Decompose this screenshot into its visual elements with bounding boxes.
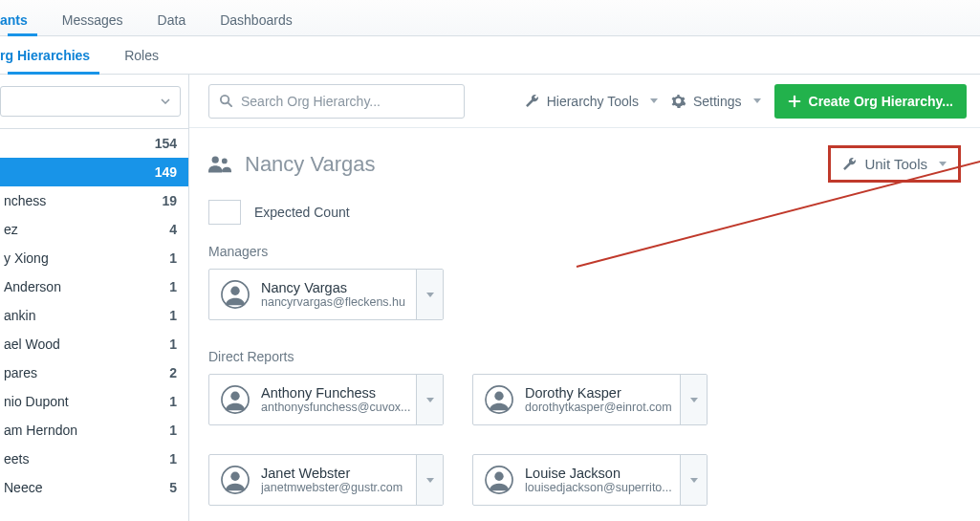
card-menu-toggle[interactable] [680, 455, 707, 505]
detail-header: Nancy Vargas Unit Tools [208, 145, 961, 183]
settings-dropdown[interactable]: Settings [671, 94, 761, 109]
sidebar-item-count: 1 [169, 336, 177, 352]
detail-panel: Nancy Vargas Unit Tools Expected Count M… [189, 128, 980, 521]
sidebar-item[interactable]: pares 2 [0, 358, 188, 387]
sidebar-item-count: 5 [169, 480, 177, 495]
sidebar-item-label: Anderson [4, 279, 61, 294]
sidebar-item-selected[interactable]: 149 [0, 158, 188, 186]
tab-label: Dashboards [220, 12, 293, 28]
person-email: dorothytkasper@einrot.com [525, 401, 676, 414]
sidebar-item[interactable]: ael Wood 1 [0, 330, 188, 358]
sidebar-item[interactable]: ankin 1 [0, 301, 188, 330]
expected-count-input[interactable] [208, 200, 241, 225]
person-card[interactable]: Anthony Funchess anthonysfunchess@cuvox.… [208, 374, 444, 425]
sidebar-item-count: 1 [169, 451, 177, 467]
sidebar-item[interactable]: ez 4 [0, 215, 188, 244]
search-placeholder: Search Org Hierarchy... [241, 94, 381, 109]
sidebar-item-label: ez [4, 222, 18, 237]
sidebar: 154 149 nchess 19 ez 4 y Xiong 1 Anderso… [0, 75, 189, 521]
sidebar-item-label: eets [4, 451, 29, 467]
card-menu-toggle[interactable] [416, 455, 443, 505]
person-name: Louise Jackson [525, 466, 676, 481]
person-email: anthonysfunchess@cuvox... [261, 401, 412, 414]
tab-label: Data [158, 12, 186, 28]
sidebar-item-label: ankin [4, 308, 35, 323]
search-icon [219, 94, 233, 108]
expected-count-label: Expected Count [254, 205, 350, 220]
sidebar-item-count: 1 [169, 308, 177, 323]
unit-tools-dropdown[interactable]: Unit Tools [828, 145, 961, 183]
direct-reports-label: Direct Reports [208, 349, 961, 364]
sidebar-item[interactable]: eets 1 [0, 445, 188, 473]
person-name: Nancy Vargas [261, 280, 412, 295]
card-menu-toggle[interactable] [416, 270, 443, 319]
person-email: janetmwebster@gustr.com [261, 481, 412, 494]
sidebar-item-count: 1 [169, 423, 177, 438]
avatar [209, 375, 261, 424]
hierarchy-select[interactable] [0, 86, 181, 117]
create-org-hierarchy-button[interactable]: Create Org Hierarchy... [774, 84, 967, 119]
sidebar-item-count: 1 [169, 394, 177, 409]
person-card[interactable]: Nancy Vargas nancyrvargas@fleckens.hu [208, 269, 444, 320]
tab-label: Messages [62, 12, 123, 28]
tab-data[interactable]: Data [141, 0, 204, 35]
sidebar-item-label: am Herndon [4, 423, 77, 438]
plus-icon [788, 95, 801, 108]
managers-list: Nancy Vargas nancyrvargas@fleckens.hu [208, 269, 961, 320]
tab-label: ants [0, 12, 28, 28]
tab-participants[interactable]: ants [0, 0, 45, 35]
managers-label: Managers [208, 244, 961, 259]
sidebar-item[interactable]: Neece 5 [0, 473, 188, 502]
gear-icon [671, 94, 686, 108]
main-content: Search Org Hierarchy... Hierarchy Tools … [189, 75, 980, 521]
sidebar-item-label: ael Wood [4, 336, 60, 352]
tab-roles[interactable]: Roles [107, 36, 176, 74]
card-menu-toggle[interactable] [680, 375, 707, 424]
sub-nav: rg Hierarchies Roles [0, 36, 980, 75]
wrench-icon [842, 157, 857, 171]
avatar [209, 270, 261, 319]
person-email: nancyrvargas@fleckens.hu [261, 295, 412, 309]
person-name: Janet Webster [261, 466, 412, 481]
main-nav: ants Messages Data Dashboards [0, 0, 980, 36]
sidebar-item-count: 1 [169, 279, 177, 294]
button-label: Settings [693, 94, 742, 109]
person-card[interactable]: Janet Webster janetmwebster@gustr.com [208, 454, 444, 506]
tab-label: rg Hierarchies [0, 48, 90, 63]
expected-count-row: Expected Count [208, 200, 961, 225]
sidebar-item[interactable]: Anderson 1 [0, 272, 188, 301]
sidebar-item-label: pares [4, 365, 37, 380]
person-card[interactable]: Louise Jackson louisedjackson@superrito.… [472, 454, 708, 506]
sidebar-item-label: nchess [4, 193, 46, 208]
person-card[interactable]: Dorothy Kasper dorothytkasper@einrot.com [472, 374, 708, 425]
sidebar-total-row[interactable]: 154 [0, 129, 188, 158]
avatar [209, 455, 261, 505]
people-icon [208, 155, 231, 174]
sidebar-item-label: nio Dupont [4, 394, 69, 409]
button-label: Create Org Hierarchy... [809, 94, 953, 109]
detail-title: Nancy Vargas [208, 152, 376, 177]
button-label: Unit Tools [864, 156, 927, 172]
person-name: Dorothy Kasper [525, 385, 676, 401]
avatar [473, 455, 525, 505]
sidebar-list: 154 149 nchess 19 ez 4 y Xiong 1 Anderso… [0, 128, 188, 521]
sidebar-item[interactable]: y Xiong 1 [0, 244, 188, 272]
sidebar-item-count: 1 [169, 250, 177, 266]
tab-messages[interactable]: Messages [45, 0, 141, 35]
wrench-icon [525, 94, 539, 108]
sidebar-item-count: 154 [155, 136, 177, 151]
sidebar-item-count: 2 [169, 365, 177, 380]
sidebar-item[interactable]: am Herndon 1 [0, 416, 188, 445]
hierarchy-tools-dropdown[interactable]: Hierarchy Tools [525, 94, 658, 109]
sidebar-item-count: 19 [162, 193, 177, 208]
sidebar-item[interactable]: nio Dupont 1 [0, 387, 188, 416]
avatar [473, 375, 525, 424]
sidebar-item[interactable]: nchess 19 [0, 186, 188, 215]
card-menu-toggle[interactable] [416, 375, 443, 424]
direct-reports-list: Anthony Funchess anthonysfunchess@cuvox.… [208, 374, 961, 521]
tab-dashboards[interactable]: Dashboards [203, 0, 310, 35]
sidebar-item-label: y Xiong [4, 250, 49, 266]
button-label: Hierarchy Tools [547, 94, 639, 109]
search-input[interactable]: Search Org Hierarchy... [208, 84, 465, 119]
tab-org-hierarchies[interactable]: rg Hierarchies [0, 36, 107, 74]
